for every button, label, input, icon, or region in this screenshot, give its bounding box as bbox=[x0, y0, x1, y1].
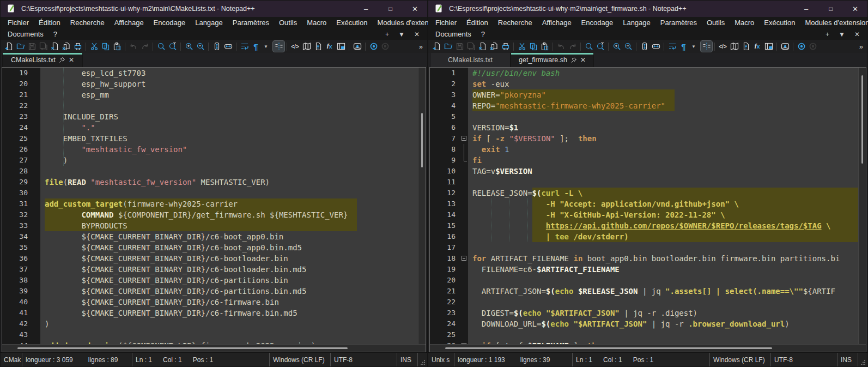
close-file-icon[interactable] bbox=[477, 41, 488, 52]
tab-close-icon[interactable]: ✕ bbox=[580, 56, 586, 64]
menu-item-outils[interactable]: Outils bbox=[274, 19, 302, 27]
zoom-out-icon[interactable] bbox=[622, 41, 634, 52]
menu-item-macro[interactable]: Macro bbox=[730, 19, 759, 27]
code-area[interactable]: 1#!/usr/bin/env bash2set -eux3OWNER="pko… bbox=[430, 68, 858, 344]
save-icon[interactable] bbox=[454, 41, 465, 52]
menu-item-recherche[interactable]: Recherche bbox=[65, 19, 110, 27]
word-wrap-icon[interactable] bbox=[666, 41, 678, 52]
new-file-icon[interactable] bbox=[431, 41, 442, 52]
find-icon[interactable] bbox=[583, 41, 594, 52]
menu-item-fichier[interactable]: Fichier bbox=[3, 19, 34, 27]
tab-cmakelists-txt[interactable]: CMakeLists.txt bbox=[430, 53, 511, 67]
function-list-icon[interactable]: fx bbox=[751, 41, 763, 52]
menu-item-encodage[interactable]: Encodage bbox=[576, 19, 618, 27]
editor[interactable]: 1#!/usr/bin/env bash2set -eux3OWNER="pko… bbox=[429, 67, 866, 352]
menu-item--dition[interactable]: Édition bbox=[462, 19, 493, 27]
plus-button[interactable]: + bbox=[385, 31, 389, 38]
redo-icon[interactable] bbox=[139, 41, 150, 52]
menu-item-macro[interactable]: Macro bbox=[302, 19, 331, 27]
menu-item-documents[interactable]: Documents bbox=[3, 30, 48, 38]
fold-box-marker[interactable] bbox=[462, 136, 466, 141]
vertical-scrollbar-thumb[interactable] bbox=[861, 75, 863, 164]
resize-grip[interactable] bbox=[418, 353, 427, 366]
horizontal-scrollbar-thumb[interactable] bbox=[17, 347, 348, 349]
sync-vertical-scroll-icon[interactable] bbox=[211, 41, 222, 52]
maximize-button[interactable]: □ bbox=[378, 1, 403, 17]
word-wrap-icon[interactable] bbox=[239, 41, 250, 52]
plus-button[interactable]: + bbox=[825, 31, 829, 38]
sync-horizontal-scroll-icon[interactable] bbox=[650, 41, 661, 52]
document-list-icon[interactable] bbox=[312, 41, 324, 52]
document-monitor-icon[interactable] bbox=[351, 41, 363, 52]
menu-item-outils[interactable]: Outils bbox=[702, 19, 730, 27]
save-all-icon[interactable] bbox=[38, 41, 49, 52]
cut-icon[interactable] bbox=[516, 41, 527, 52]
replace-icon[interactable] bbox=[594, 41, 606, 52]
menu-item-langage[interactable]: Langage bbox=[190, 19, 228, 27]
document-map-icon[interactable] bbox=[301, 41, 312, 52]
resize-grip[interactable] bbox=[858, 353, 867, 366]
macro-stop-icon[interactable] bbox=[807, 41, 818, 52]
editor[interactable]: 19 esp_lcd_st770320 esp_hw_support21 esp… bbox=[2, 67, 426, 352]
save-icon[interactable] bbox=[26, 41, 38, 52]
close-file-icon[interactable] bbox=[49, 41, 60, 52]
open-file-icon[interactable] bbox=[15, 41, 26, 52]
minimize-button[interactable]: – bbox=[794, 1, 818, 17]
code-area[interactable]: 19 esp_lcd_st770320 esp_hw_support21 esp… bbox=[2, 68, 418, 344]
document-monitor-icon[interactable] bbox=[779, 41, 791, 52]
undo-icon[interactable] bbox=[128, 41, 139, 52]
macro-stop-icon[interactable] bbox=[379, 41, 391, 52]
menu-item-affichage[interactable]: Affichage bbox=[537, 19, 576, 27]
tab-close-icon[interactable]: ✕ bbox=[69, 56, 74, 64]
folder-as-workspace-icon[interactable] bbox=[763, 41, 774, 52]
close-document-button[interactable]: ✕ bbox=[854, 31, 860, 38]
redo-icon[interactable] bbox=[567, 41, 578, 52]
paste-icon[interactable] bbox=[539, 41, 550, 52]
menu-item-recherche[interactable]: Recherche bbox=[493, 19, 537, 27]
macro-record-icon[interactable] bbox=[796, 41, 807, 52]
code-view-icon[interactable]: </> bbox=[289, 41, 301, 52]
menu-item-ex-cution[interactable]: Exécution bbox=[331, 19, 372, 27]
zoom-in-icon[interactable] bbox=[611, 41, 622, 52]
undo-icon[interactable] bbox=[555, 41, 567, 52]
macro-record-icon[interactable] bbox=[368, 41, 379, 52]
tab-get-firmware-sh[interactable]: get_firmware.sh✕ bbox=[511, 53, 594, 67]
toolbar-overflow-chevron[interactable]: » bbox=[859, 43, 863, 51]
close-button[interactable]: ✕ bbox=[843, 1, 867, 17]
tab-list-button[interactable]: ▼ bbox=[398, 31, 405, 38]
maximize-button[interactable]: □ bbox=[818, 1, 843, 17]
menu-item-help[interactable]: ? bbox=[476, 30, 490, 38]
find-icon[interactable] bbox=[155, 41, 167, 52]
menu-item--dition[interactable]: Édition bbox=[34, 19, 65, 27]
indent-guide-icon[interactable] bbox=[701, 41, 712, 52]
toolbar-overflow-chevron[interactable]: » bbox=[419, 43, 423, 51]
document-list-icon[interactable] bbox=[740, 41, 751, 52]
menu-item-ex-cution[interactable]: Exécution bbox=[759, 19, 800, 27]
tab-cmakelists-txt[interactable]: CMakeLists.txt✕ bbox=[2, 53, 83, 67]
vertical-scrollbar[interactable] bbox=[418, 68, 426, 344]
horizontal-scrollbar-thumb[interactable] bbox=[445, 347, 772, 349]
menu-item-param-tres[interactable]: Paramètres bbox=[655, 19, 702, 27]
minimize-button[interactable]: – bbox=[354, 1, 378, 17]
paste-icon[interactable] bbox=[111, 41, 123, 52]
vertical-scrollbar[interactable] bbox=[858, 68, 866, 344]
close-button[interactable]: ✕ bbox=[403, 1, 427, 17]
show-all-characters-icon[interactable]: ¶ bbox=[250, 41, 262, 52]
vertical-scrollbar-thumb[interactable] bbox=[421, 113, 423, 167]
zoom-out-icon[interactable] bbox=[195, 41, 206, 52]
menu-item-fichier[interactable]: Fichier bbox=[430, 19, 462, 27]
pin-icon[interactable] bbox=[59, 57, 65, 63]
copy-icon[interactable] bbox=[527, 41, 539, 52]
horizontal-scrollbar[interactable] bbox=[430, 344, 866, 352]
copy-icon[interactable] bbox=[100, 41, 111, 52]
cut-icon[interactable] bbox=[88, 41, 100, 52]
close-all-files-icon[interactable] bbox=[60, 41, 72, 52]
save-all-icon[interactable] bbox=[465, 41, 477, 52]
menu-item-param-tres[interactable]: Paramètres bbox=[228, 19, 274, 27]
sync-vertical-scroll-icon[interactable] bbox=[639, 41, 650, 52]
indent-guide-icon[interactable] bbox=[273, 41, 284, 52]
close-document-button[interactable]: ✕ bbox=[414, 31, 420, 38]
folder-as-workspace-icon[interactable] bbox=[335, 41, 347, 52]
code-view-icon[interactable]: </> bbox=[717, 41, 729, 52]
close-all-files-icon[interactable] bbox=[488, 41, 500, 52]
